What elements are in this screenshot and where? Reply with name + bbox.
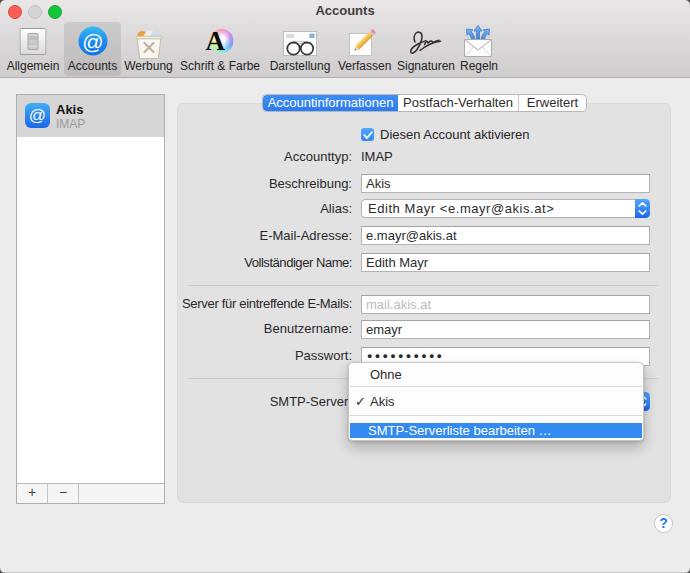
svg-text:@: @ [82, 30, 103, 53]
